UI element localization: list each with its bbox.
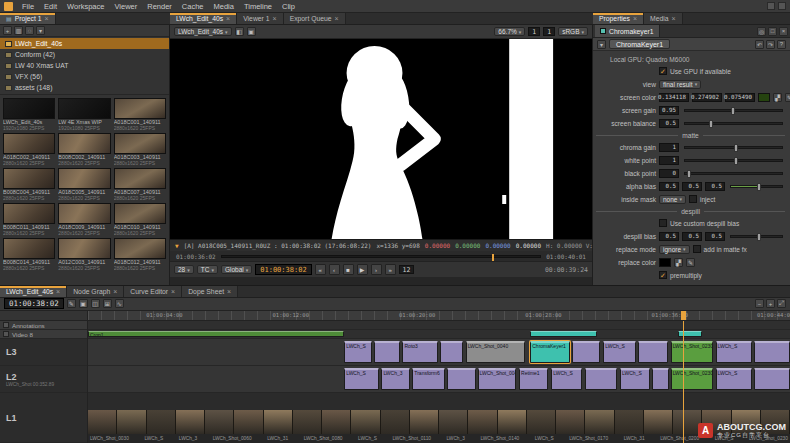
film-frame[interactable] bbox=[205, 410, 234, 434]
menu-timeline[interactable]: Timeline bbox=[239, 2, 277, 11]
zoom-out-icon[interactable]: − bbox=[755, 299, 764, 308]
track-header-l3[interactable]: L3 bbox=[0, 339, 87, 366]
film-frame[interactable] bbox=[439, 410, 468, 434]
menu-cache[interactable]: Cache bbox=[177, 2, 209, 11]
close-icon[interactable]: × bbox=[633, 15, 637, 22]
use-gpu-checkbox[interactable]: ✓ bbox=[659, 67, 667, 75]
black-point-slider[interactable] bbox=[684, 172, 783, 175]
timeline-clip[interactable] bbox=[530, 331, 597, 337]
right-tab-1[interactable]: Properties× bbox=[593, 13, 644, 24]
screen-color-g[interactable]: 0.274902 bbox=[692, 93, 722, 102]
timeline-clip[interactable]: LWCh_S bbox=[716, 341, 753, 363]
redo-icon[interactable]: ↷ bbox=[766, 40, 775, 49]
timeline-clip[interactable] bbox=[374, 341, 399, 363]
replace-mode-dropdown[interactable]: ignore ▾ bbox=[659, 245, 690, 254]
film-frame[interactable] bbox=[615, 410, 644, 434]
film-frame[interactable] bbox=[264, 410, 293, 434]
timeline-tab-4[interactable]: Dope Sheet× bbox=[182, 286, 238, 297]
bin-clip[interactable]: A018C005_1409112880x1620 25FPS bbox=[58, 168, 110, 201]
float-panel-icon[interactable]: □ bbox=[768, 27, 777, 36]
bin-tree-item[interactable]: assets (148) bbox=[0, 82, 169, 93]
timeline-tab-3[interactable]: Curve Editor× bbox=[124, 286, 182, 297]
go-to-end-button[interactable]: » bbox=[385, 264, 396, 275]
alpha-bias-b[interactable]: 0.5 bbox=[705, 182, 725, 191]
timeline-clip[interactable]: LWCh_S bbox=[620, 368, 649, 390]
playhead-handle[interactable] bbox=[681, 311, 686, 320]
close-icon[interactable]: × bbox=[171, 288, 175, 295]
channels-icon[interactable]: ▣ bbox=[247, 27, 256, 36]
track-enable-icon[interactable] bbox=[3, 331, 9, 337]
timeline-clip[interactable]: LWCh_S bbox=[344, 341, 372, 363]
bin-tree-item[interactable]: VFX (56) bbox=[0, 71, 169, 82]
import-icon[interactable]: ▥ bbox=[14, 26, 23, 35]
play-button[interactable]: ▶ bbox=[357, 264, 368, 275]
film-frame[interactable] bbox=[585, 410, 614, 434]
film-frame[interactable] bbox=[644, 410, 673, 434]
timeline-clip[interactable] bbox=[440, 341, 462, 363]
right-tab-2[interactable]: Media× bbox=[644, 13, 683, 24]
timeline-clip[interactable]: Retime1 bbox=[519, 368, 548, 390]
chroma-gain-value[interactable]: 1 bbox=[659, 143, 679, 152]
alpha-bias-slider[interactable] bbox=[730, 185, 783, 188]
bin-clip[interactable]: A018C002_1409112880x1620 25FPS bbox=[3, 133, 55, 166]
close-icon[interactable]: × bbox=[227, 288, 231, 295]
undo-icon[interactable]: ↶ bbox=[755, 40, 764, 49]
timeline-clip[interactable] bbox=[754, 368, 790, 390]
film-frame[interactable] bbox=[234, 410, 263, 434]
range-mode-dropdown[interactable]: Global ▾ bbox=[221, 265, 252, 274]
bin-clip[interactable]: B008C011_1409112880x1620 25FPS bbox=[3, 203, 55, 236]
timeline-clip[interactable]: LWCh_Shot_0230 bbox=[671, 368, 713, 390]
stop-button[interactable]: ■ bbox=[343, 264, 354, 275]
white-point-slider[interactable] bbox=[684, 159, 783, 162]
playhead[interactable] bbox=[683, 321, 684, 443]
despill-bias-g[interactable]: 0.5 bbox=[682, 232, 702, 241]
zoom-dropdown[interactable]: 66.7% ▾ bbox=[494, 27, 525, 36]
film-frame[interactable] bbox=[468, 410, 497, 434]
film-frame[interactable] bbox=[322, 410, 351, 434]
film-frame[interactable] bbox=[498, 410, 527, 434]
close-icon[interactable]: × bbox=[672, 15, 676, 22]
film-frame[interactable] bbox=[527, 410, 556, 434]
menu-media[interactable]: Media bbox=[209, 2, 239, 11]
step-forward-button[interactable]: › bbox=[371, 264, 382, 275]
bin-clip[interactable]: A018C012_1409112880x1620 25FPS bbox=[114, 238, 166, 271]
frame-increment-dropdown[interactable]: 28 ▾ bbox=[174, 265, 194, 274]
close-icon[interactable]: × bbox=[45, 15, 49, 22]
bin-clip[interactable]: A018C010_1409112880x1620 25FPS bbox=[114, 203, 166, 236]
timeline-clip[interactable] bbox=[447, 368, 475, 390]
snap-icon[interactable]: ∿ bbox=[115, 299, 124, 308]
bin-clip[interactable]: LW 4E Xmas WIP1920x1080 25FPS bbox=[58, 98, 110, 131]
despill-bias-slider[interactable] bbox=[730, 235, 783, 238]
timeline-clip[interactable] bbox=[678, 331, 703, 337]
bin-clip[interactable]: A018C009_1409112880x1620 25FPS bbox=[58, 203, 110, 236]
fit-icon[interactable]: ⤢ bbox=[777, 299, 786, 308]
close-icon[interactable]: × bbox=[273, 15, 277, 22]
timeline-clip[interactable]: LWCh_S bbox=[344, 368, 379, 390]
film-frame[interactable] bbox=[88, 410, 117, 434]
center-node-icon[interactable]: ◎ bbox=[757, 27, 766, 36]
bin-clip[interactable]: A012C003_1409112880x1620 25FPS bbox=[58, 238, 110, 271]
alpha-bias-g[interactable]: 0.5 bbox=[682, 182, 702, 191]
replace-color-swatch[interactable] bbox=[659, 258, 671, 267]
film-frame[interactable] bbox=[351, 410, 380, 434]
timeline-tab-2[interactable]: Node Graph× bbox=[67, 286, 124, 297]
bin-clip[interactable]: A018C001_1409112880x1620 25FPS bbox=[114, 98, 166, 131]
track-header-video-8[interactable]: Video 8 bbox=[0, 330, 87, 339]
node-tab[interactable]: Chromakeyer1 bbox=[595, 25, 660, 37]
inject-checkbox[interactable] bbox=[689, 195, 697, 203]
track-header-l2[interactable]: L2LWCh_Shot 00:352.89 bbox=[0, 366, 87, 393]
zoom-in-icon[interactable]: + bbox=[766, 299, 775, 308]
fps-field[interactable]: 12 bbox=[399, 265, 415, 274]
view-dropdown[interactable]: final result ▾ bbox=[659, 80, 701, 89]
timeline-clip[interactable]: Crop1 bbox=[88, 331, 344, 337]
bin-clip[interactable]: B008C002_1409112880x1620 25FPS bbox=[58, 133, 110, 166]
screen-balance-value[interactable]: 0.5 bbox=[659, 119, 679, 128]
center-tab-3[interactable]: Export Queue× bbox=[284, 13, 346, 24]
screen-color-b[interactable]: 0.075490 bbox=[725, 93, 755, 102]
wipe-icon[interactable]: ◧ bbox=[235, 27, 244, 36]
node-menu-icon[interactable]: ▾ bbox=[597, 40, 606, 49]
film-frame[interactable] bbox=[381, 410, 410, 434]
add-in-matte-checkbox[interactable] bbox=[693, 245, 701, 253]
viewer-clip-dropdown[interactable]: LWch_Edit_40s ▾ bbox=[174, 27, 232, 36]
bin-clip[interactable]: B008C014_1409112880x1620 25FPS bbox=[3, 238, 55, 271]
